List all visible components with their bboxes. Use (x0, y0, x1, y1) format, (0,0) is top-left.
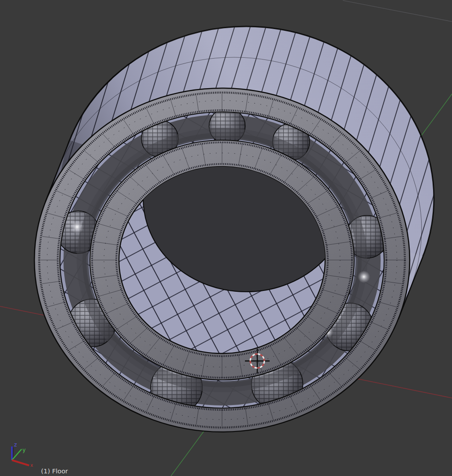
gizmo-z-label: z (14, 442, 17, 448)
viewport-canvas[interactable]: z y x (1) Floor (0, 0, 452, 476)
specular-highlight (70, 220, 84, 234)
active-object-label: (1) Floor (41, 468, 68, 475)
specular-highlight (358, 271, 370, 283)
gizmo-x-label: x (30, 463, 33, 468)
3d-viewport[interactable]: z y x (1) Floor (0, 0, 452, 476)
gizmo-y-label: y (22, 447, 26, 453)
